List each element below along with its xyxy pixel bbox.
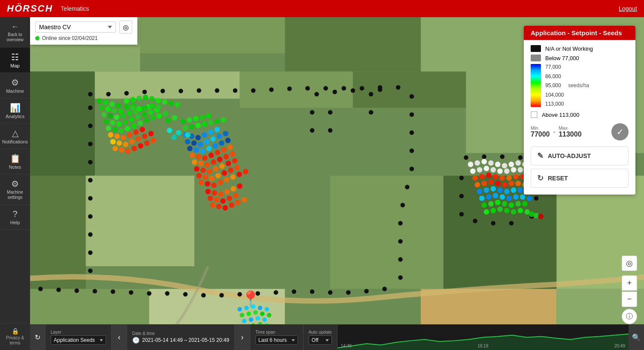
notes-icon: 📋	[10, 153, 21, 164]
svg-point-258	[214, 197, 219, 203]
svg-point-239	[206, 113, 211, 119]
svg-point-234	[243, 169, 249, 174]
svg-point-47	[398, 239, 403, 244]
svg-point-196	[213, 143, 218, 149]
svg-point-119	[127, 110, 132, 116]
sidebar-item-machine-settings[interactable]: ⚙ Machine settings	[0, 174, 30, 205]
svg-point-264	[222, 205, 228, 211]
svg-point-345	[246, 311, 251, 316]
svg-point-301	[502, 182, 507, 188]
nav-prev-button[interactable]: ‹	[112, 325, 127, 350]
sidebar-item-back[interactable]: ← Back to overview	[0, 17, 30, 48]
svg-point-281	[490, 167, 496, 173]
sidebar-item-privacy[interactable]: 🔒 Privacy & terms	[0, 323, 30, 350]
svg-point-262	[210, 202, 216, 208]
svg-point-220	[196, 173, 202, 179]
sidebar-item-machine[interactable]: ⚙ Machine	[0, 73, 30, 98]
svg-point-185	[185, 139, 191, 145]
svg-point-240	[182, 125, 188, 131]
svg-point-59	[219, 293, 224, 298]
svg-point-247	[185, 132, 191, 138]
svg-point-198	[225, 137, 231, 143]
brand-logo: HÖRSCH	[7, 3, 53, 14]
map-icon: ☷	[11, 52, 19, 62]
svg-point-307	[484, 187, 489, 193]
legend-na-swatch	[531, 45, 541, 52]
reset-icon: ↻	[537, 173, 544, 183]
svg-point-66	[93, 289, 97, 294]
svg-point-168	[149, 96, 155, 101]
timespan-selector[interactable]: Last 6 hours	[255, 335, 298, 345]
legend-above-checkbox[interactable]	[531, 111, 538, 118]
svg-point-214	[200, 167, 206, 173]
legend-val-104: 104,000	[545, 92, 564, 98]
legend-val-77: 77,000	[545, 64, 564, 70]
svg-point-21	[88, 92, 93, 97]
autoupdate-selector[interactable]: Off	[309, 335, 332, 345]
svg-marker-3	[285, 17, 421, 72]
svg-point-136	[131, 123, 137, 129]
svg-point-183	[208, 129, 213, 135]
zoom-out-button[interactable]: −	[622, 292, 637, 307]
svg-point-202	[209, 152, 214, 158]
svg-point-289	[479, 174, 485, 180]
refresh-button[interactable]: ↻	[30, 325, 46, 350]
legend-range-dash: -	[553, 128, 556, 135]
svg-point-300	[495, 181, 501, 186]
svg-point-97	[534, 196, 539, 201]
svg-point-126	[122, 119, 128, 125]
svg-point-348	[267, 313, 272, 318]
svg-point-173	[124, 104, 129, 110]
locate-map-button[interactable]: ◎	[622, 256, 637, 271]
header: HÖRSCH Telematics Logout	[0, 0, 644, 17]
sidebar-item-help[interactable]: ? Help	[0, 205, 30, 230]
svg-point-170	[162, 99, 167, 105]
svg-point-288	[472, 175, 478, 181]
device-selector[interactable]: Maestro CV	[35, 21, 116, 33]
svg-point-52	[346, 290, 351, 295]
map-info-button[interactable]: ⓘ	[622, 309, 637, 324]
svg-point-187	[197, 142, 203, 147]
legend-confirm-button[interactable]: ✓	[611, 123, 629, 140]
reset-button[interactable]: ↻ RESET	[531, 169, 629, 188]
sidebar-item-analytics[interactable]: 📊 Analytics	[0, 98, 30, 124]
svg-point-265	[229, 202, 234, 208]
svg-point-195	[206, 146, 212, 151]
logout-button[interactable]: Logout	[619, 5, 637, 12]
svg-point-284	[511, 167, 516, 173]
svg-point-92	[482, 154, 486, 159]
svg-point-107	[109, 101, 115, 107]
legend-min-group: Min 77000	[531, 125, 550, 138]
svg-point-352	[262, 317, 267, 322]
svg-point-169	[155, 98, 161, 103]
map-container[interactable]: 📍 Application - Setpoint - Seeds N/A or …	[30, 17, 644, 350]
sidebar-item-notifications[interactable]: △ Notifications	[0, 124, 30, 149]
zoom-chart-button[interactable]: 🔍	[629, 325, 644, 350]
svg-point-242	[195, 123, 201, 128]
sidebar-help-label: Help	[10, 220, 20, 225]
svg-point-34	[323, 86, 328, 91]
svg-point-49	[398, 275, 403, 280]
svg-point-338	[538, 214, 544, 219]
zoom-in-button[interactable]: +	[622, 275, 637, 291]
auto-adjust-button[interactable]: ✎ AUTO-ADJUST	[531, 146, 629, 165]
svg-point-297	[475, 182, 480, 188]
locate-device-button[interactable]: ◎	[119, 21, 132, 33]
sidebar-item-notes[interactable]: 📋 Notes	[0, 149, 30, 174]
svg-point-125	[116, 122, 122, 127]
sidebar-notifications-label: Notifications	[2, 139, 28, 144]
svg-point-249	[171, 134, 177, 140]
analytics-icon: 📊	[10, 103, 21, 113]
svg-point-270	[481, 159, 487, 164]
svg-point-256	[237, 183, 243, 189]
sidebar-item-map[interactable]: ☷ Map	[0, 48, 30, 73]
svg-point-210	[217, 157, 223, 162]
svg-point-230	[218, 180, 223, 186]
nav-next-button[interactable]: ›	[235, 325, 250, 350]
svg-point-311	[511, 187, 516, 193]
layer-selector[interactable]: Application Seeds	[51, 335, 106, 345]
svg-point-200	[196, 154, 201, 159]
svg-point-273	[502, 163, 507, 169]
svg-point-250	[176, 130, 182, 136]
svg-point-236	[187, 117, 192, 123]
